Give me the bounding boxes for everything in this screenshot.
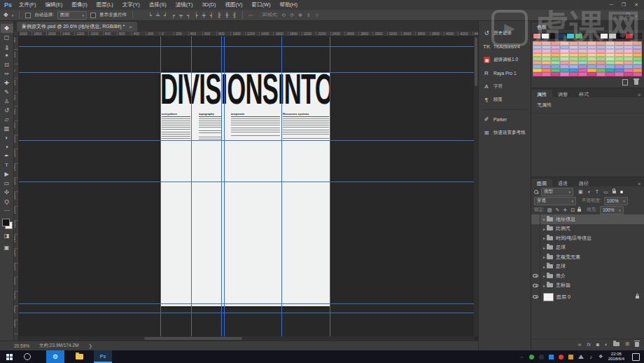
swatch-cell[interactable]	[551, 72, 560, 76]
hand-tool[interactable]: ✣	[1, 188, 13, 197]
swatch-cell[interactable]	[600, 33, 608, 39]
lasso-tool[interactable]: ʓ	[1, 42, 13, 51]
swatch-cell[interactable]	[592, 33, 600, 39]
pixel-filter-icon[interactable]: ▣	[578, 189, 583, 195]
photoshop-taskbar-button[interactable]: Ps	[94, 350, 112, 363]
minimize-button[interactable]: ─	[610, 2, 613, 8]
lock-position-icon[interactable]: ✛	[563, 207, 567, 213]
tray-network-icon[interactable]	[578, 355, 584, 359]
lock-transparent-icon[interactable]: ▨	[547, 207, 552, 213]
menu-item-7[interactable]: 3D(D)	[202, 1, 216, 8]
3d-mode-icon-4[interactable]: ⊹	[315, 13, 319, 18]
swatch-cell[interactable]	[566, 33, 575, 39]
panel-button-3[interactable]: RRaya Pro 1	[479, 67, 531, 80]
align-icon-6[interactable]: ╞	[195, 13, 198, 18]
panel-button-2[interactable]: ▦超级调板1.0	[479, 53, 531, 67]
layer-mask-icon[interactable]: ◙	[596, 342, 599, 347]
align-icon-9[interactable]: ╟	[218, 13, 221, 18]
tool-preset-arrow-icon[interactable]: ▾	[12, 13, 14, 18]
panel-menu-icon[interactable]: ≡	[638, 182, 644, 186]
visibility-toggle[interactable]	[531, 214, 540, 224]
color-chips[interactable]	[2, 219, 12, 228]
history-brush-tool[interactable]: ↺	[1, 106, 13, 115]
align-icon-1[interactable]: ╧	[156, 13, 160, 18]
3d-mode-icon-2[interactable]: ✥	[298, 13, 302, 18]
align-more-icon[interactable]: ⋯	[248, 13, 253, 18]
adjustment-filter-icon[interactable]: ◐	[588, 189, 591, 195]
tab-styles[interactable]: 样式	[573, 90, 594, 97]
path-selection-tool[interactable]: ▶	[1, 170, 13, 179]
tray-folder-icon[interactable]	[568, 355, 573, 359]
visibility-toggle[interactable]	[531, 271, 540, 281]
swatch-cell[interactable]	[583, 33, 592, 39]
tray-penguin-icon[interactable]	[539, 355, 544, 359]
new-layer-icon[interactable]: ⊞	[625, 341, 629, 347]
gradient-tool[interactable]: ▥	[1, 124, 13, 133]
horizontal-scrollbar[interactable]	[18, 336, 474, 341]
menu-item-5[interactable]: 选择(S)	[149, 1, 167, 8]
blur-tool[interactable]: ◗	[1, 133, 13, 142]
swatch-cell[interactable]	[606, 72, 615, 76]
opacity-dropdown[interactable]: 100% ▾	[604, 197, 628, 205]
align-icon-4[interactable]: ╤	[179, 13, 183, 18]
menu-item-2[interactable]: 图像(I)	[72, 1, 88, 8]
panel-button-1[interactable]: TKTKActionsV4	[479, 40, 531, 53]
swatch-cell[interactable]	[624, 72, 633, 76]
brush-tool[interactable]: ✎	[1, 88, 13, 97]
tab-properties[interactable]: 属性	[531, 90, 552, 97]
expand-arrow-icon[interactable]: ▸	[543, 245, 545, 250]
fill-dropdown[interactable]: 100% ▾	[600, 206, 624, 214]
tab-layers[interactable]: 图层	[531, 179, 552, 186]
layer-row-3[interactable]: ▸足球	[531, 243, 644, 253]
pen-tool[interactable]: ✒	[1, 151, 13, 160]
delete-layer-icon[interactable]	[635, 342, 639, 347]
shape-tool[interactable]: ▭	[1, 179, 13, 188]
zoom-tool[interactable]: Ϙ	[1, 197, 13, 206]
restore-button[interactable]: ❐	[622, 2, 626, 8]
lock-all-icon[interactable]	[578, 209, 581, 212]
menu-item-0[interactable]: 文件(F)	[19, 1, 36, 8]
visibility-toggle[interactable]	[531, 262, 540, 272]
panel-menu-icon[interactable]: ≡	[638, 93, 644, 97]
tab-paths[interactable]: 路径	[573, 179, 594, 186]
visibility-toggle[interactable]	[531, 233, 540, 243]
show-transform-checkbox[interactable]	[90, 13, 96, 18]
lock-artboard-icon[interactable]: ⊡	[570, 207, 575, 213]
crop-tool[interactable]: ⊡	[1, 60, 13, 69]
tray-green-icon[interactable]	[529, 355, 534, 359]
move-tool[interactable]: ✥	[1, 24, 13, 33]
layer-row-4[interactable]: ▸主视觉元素	[531, 252, 644, 262]
tab-close-icon[interactable]: ×	[129, 24, 132, 30]
swatch-cell[interactable]	[634, 33, 642, 39]
3d-mode-icon-1[interactable]: ⟳	[290, 13, 294, 18]
tray-blue-app-icon[interactable]	[549, 355, 554, 359]
align-icon-7[interactable]: ╪	[202, 13, 206, 18]
menu-item-3[interactable]: 图层(L)	[97, 1, 113, 8]
swatch-cell[interactable]	[560, 72, 569, 76]
file-explorer-button[interactable]	[70, 350, 88, 363]
shape-filter-icon[interactable]: ▭	[603, 189, 608, 195]
align-icon-3[interactable]: ╒	[172, 13, 175, 18]
close-button[interactable]: ✕	[634, 2, 638, 8]
panel-button-7[interactable]: ⊞快速设置参考线	[479, 126, 531, 139]
edit-toolbar[interactable]: ⋯	[1, 206, 13, 215]
swatch-cell[interactable]	[541, 33, 550, 39]
align-icon-10[interactable]: ╫	[225, 13, 229, 18]
layer-style-icon[interactable]: fx	[587, 342, 591, 347]
expand-arrow-icon[interactable]: ▸	[543, 283, 545, 288]
align-icon-11[interactable]: ╢	[233, 13, 237, 18]
align-icon-5[interactable]: ╕	[187, 13, 190, 18]
align-icon-0[interactable]: ╘	[148, 13, 152, 18]
layer-row-5[interactable]: ▸足球	[531, 262, 644, 272]
tab-channels[interactable]: 通道	[552, 179, 573, 186]
layer-row-7[interactable]: ▸主标题	[531, 281, 644, 291]
layer-row-8[interactable]: 图层 0	[531, 290, 644, 303]
expand-arrow-icon[interactable]: ▸	[543, 273, 545, 278]
swatch-cell[interactable]	[575, 33, 583, 39]
menu-item-6[interactable]: 滤镜(T)	[176, 1, 193, 8]
tab-swatches[interactable]: 色板	[531, 22, 552, 30]
expand-arrow-icon[interactable]: ▸	[543, 217, 545, 221]
marquee-tool[interactable]: ▢	[1, 33, 13, 42]
menu-item-4[interactable]: 文字(Y)	[122, 1, 140, 8]
swatch-cell[interactable]	[587, 72, 596, 76]
